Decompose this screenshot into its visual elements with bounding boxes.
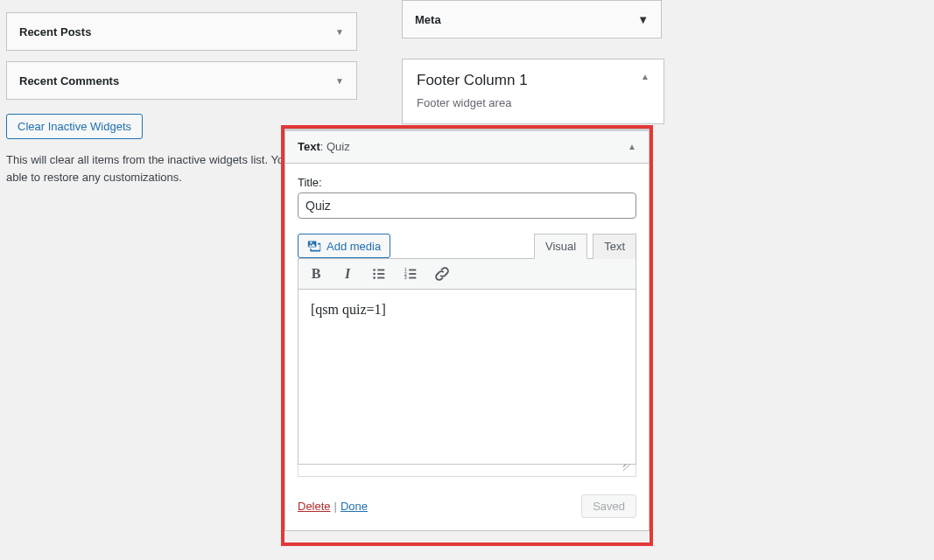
chevron-up-icon: ▲ [628, 142, 636, 151]
title-label: Title: [298, 176, 636, 189]
svg-rect-3 [377, 273, 384, 275]
separator: | [331, 500, 341, 513]
chevron-down-icon: ▼ [335, 76, 344, 86]
svg-rect-9 [409, 273, 416, 275]
svg-text:3: 3 [404, 275, 407, 280]
saved-button: Saved [581, 494, 636, 518]
done-link[interactable]: Done [341, 500, 368, 513]
editor-toolbar: B I 123 [298, 258, 636, 290]
svg-point-2 [373, 273, 376, 276]
bullet-list-button[interactable] [370, 265, 388, 283]
editor-text: [qsm quiz=1] [311, 302, 386, 317]
tab-visual[interactable]: Visual [534, 234, 587, 259]
widget-meta[interactable]: Meta ▼ [402, 0, 662, 38]
widget-label: Recent Posts [19, 25, 91, 38]
clear-inactive-widgets-button[interactable]: Clear Inactive Widgets [6, 114, 143, 139]
widget-label: Meta [415, 13, 441, 26]
text-widget-title-suffix: : Quiz [320, 140, 350, 153]
footer-column-1-panel[interactable]: Footer Column 1 ▲ Footer widget area [402, 59, 664, 124]
text-widget-type: Text [298, 140, 320, 153]
italic-button[interactable]: I [339, 265, 356, 283]
svg-rect-11 [409, 277, 416, 279]
widget-recent-posts[interactable]: Recent Posts ▼ [6, 12, 357, 51]
svg-rect-1 [377, 270, 384, 271]
title-input[interactable] [298, 192, 636, 219]
link-button[interactable] [433, 265, 451, 283]
editor-content[interactable]: [qsm quiz=1] [298, 290, 636, 465]
widget-label: Recent Comments [19, 74, 119, 88]
add-media-label: Add media [327, 240, 381, 253]
numbered-list-button[interactable]: 123 [402, 265, 419, 283]
chevron-up-icon: ▲ [641, 72, 650, 81]
footer-column-desc: Footer widget area [403, 91, 664, 123]
text-widget-panel: Text: Quiz ▲ Title: Add media Visual Tex… [284, 129, 650, 531]
widget-recent-comments[interactable]: Recent Comments ▼ [6, 61, 357, 100]
svg-rect-7 [409, 270, 416, 271]
media-icon [307, 239, 321, 253]
add-media-button[interactable]: Add media [298, 234, 390, 258]
tab-text[interactable]: Text [593, 234, 636, 259]
delete-link[interactable]: Delete [298, 500, 331, 513]
chevron-down-icon: ▼ [637, 13, 649, 26]
bold-button[interactable]: B [307, 265, 325, 283]
text-widget-header[interactable]: Text: Quiz ▲ [284, 129, 650, 164]
chevron-down-icon: ▼ [335, 27, 344, 37]
footer-column-title: Footer Column 1 [417, 72, 528, 89]
resize-handle[interactable] [298, 465, 636, 477]
svg-rect-5 [377, 277, 384, 279]
svg-point-4 [373, 276, 376, 279]
svg-point-0 [373, 269, 376, 271]
